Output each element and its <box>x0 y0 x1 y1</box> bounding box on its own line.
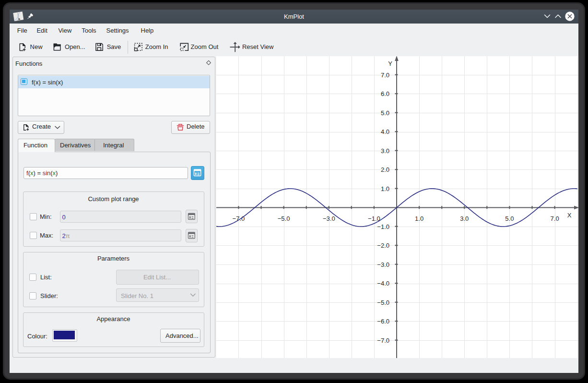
svg-text:2.0: 2.0 <box>381 166 389 173</box>
svg-text:−4.0: −4.0 <box>377 280 389 287</box>
svg-text:Y: Y <box>388 60 392 67</box>
svg-text:5.0: 5.0 <box>381 109 389 117</box>
svg-text:3.0: 3.0 <box>460 215 469 222</box>
svg-text:1.0: 1.0 <box>415 215 423 222</box>
svg-text:−5.0: −5.0 <box>377 299 389 306</box>
svg-text:5.0: 5.0 <box>505 215 514 222</box>
svg-text:4.0: 4.0 <box>381 128 389 135</box>
svg-text:−1.0: −1.0 <box>377 223 389 230</box>
svg-text:3.0: 3.0 <box>381 147 389 155</box>
svg-text:−3.0: −3.0 <box>323 215 335 222</box>
svg-text:−3.0: −3.0 <box>377 261 389 268</box>
svg-text:−2.0: −2.0 <box>377 242 389 249</box>
svg-text:−5.0: −5.0 <box>278 215 290 222</box>
svg-text:−6.0: −6.0 <box>377 318 389 325</box>
svg-text:7.0: 7.0 <box>551 215 559 222</box>
svg-text:6.0: 6.0 <box>381 90 389 97</box>
svg-text:7.0: 7.0 <box>381 72 389 79</box>
svg-text:−7.0: −7.0 <box>377 337 389 344</box>
svg-text:−7.0: −7.0 <box>233 215 245 222</box>
svg-text:X: X <box>567 212 572 219</box>
svg-text:1.0: 1.0 <box>381 185 389 192</box>
